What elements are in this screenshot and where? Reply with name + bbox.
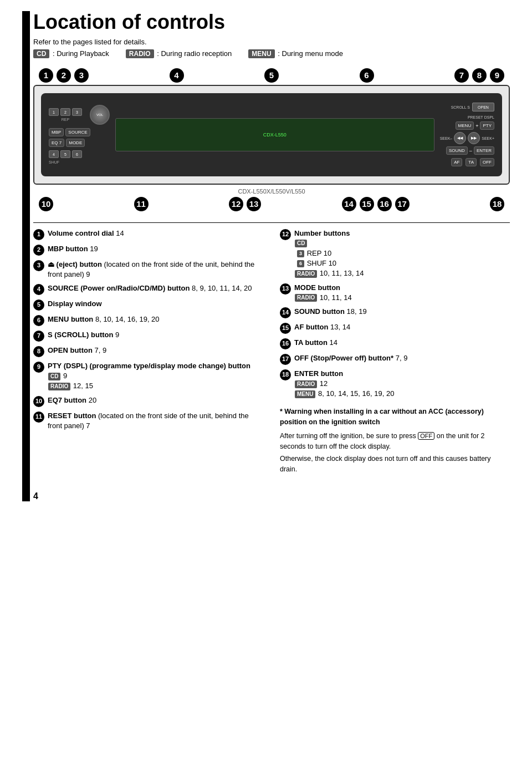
divider <box>33 222 510 223</box>
diag-top-right: SCROLL S OPEN <box>451 103 494 111</box>
page-title: Location of controls <box>33 11 510 33</box>
desc-num-4: 4 <box>33 284 44 295</box>
desc-num-13: 13 <box>280 283 291 294</box>
diag-menu-pty-row: MENU + PTY <box>456 121 494 130</box>
diag-mbp: MBP <box>49 128 64 136</box>
diag-pty-btn: PTY <box>480 121 494 130</box>
device-inner: 1 2 3 REP VOL MBP SOURCE EQ 7 <box>41 93 502 176</box>
num-6: 6 <box>360 68 374 83</box>
diag-source: SOURCE <box>65 128 90 136</box>
bottom-nums-18: 18 <box>490 197 504 211</box>
desc-num-14: 14 <box>280 307 291 318</box>
desc-num-2: 2 <box>33 245 44 256</box>
num-11: 11 <box>134 197 149 211</box>
diag-btn-2: 2 <box>60 108 70 116</box>
desc-item-17: 17 OFF (Stop/Power off) button* 7, 9 <box>280 353 510 365</box>
cd-mode-label: CD : During Playback <box>33 49 109 58</box>
desc-num-6: 6 <box>33 315 44 326</box>
menu-mode-label: MENU : During menu mode <box>248 49 343 58</box>
menu-badge: MENU <box>248 49 274 58</box>
diag-enter-btn: ENTER <box>474 146 494 155</box>
device-diagram: 1 2 3 REP VOL MBP SOURCE EQ 7 <box>33 85 510 185</box>
desc-num-16: 16 <box>280 338 291 349</box>
diag-mbp-source: MBP SOURCE <box>49 128 90 136</box>
top-number-row: 1 2 3 4 5 6 7 8 9 <box>33 68 510 83</box>
diag-sound-btn: SOUND <box>446 146 468 155</box>
num-13: 13 <box>247 197 261 211</box>
diag-menu-btn: MENU <box>456 121 474 130</box>
desc-num-3: 3 <box>33 260 44 271</box>
diag-af-btn: AF <box>451 158 462 166</box>
warning-body-2: Otherwise, the clock display does not tu… <box>280 454 510 475</box>
desc-num-7: 7 <box>33 331 44 342</box>
diag-right-section: SCROLL S OPEN PRESET DSPL MENU + PTY SEE… <box>440 103 494 166</box>
diag-ta-btn: TA <box>466 158 477 166</box>
num-1: 1 <box>39 68 53 83</box>
num-5: 5 <box>264 68 279 83</box>
cd-badge: CD <box>33 49 49 58</box>
radio-badge: RADIO <box>126 49 154 58</box>
desc-num-12: 12 <box>280 229 291 240</box>
diag-mode: MODE <box>66 139 85 147</box>
warning-box: * Warning when installing in a car witho… <box>280 407 510 475</box>
top-nums-right: 6 <box>360 68 374 83</box>
desc-num-8: 8 <box>33 346 44 357</box>
top-nums-left: 1 2 3 <box>39 68 89 83</box>
num-3: 3 <box>74 68 89 83</box>
desc-item-2: 2 MBP button 19 <box>33 244 263 256</box>
diag-eq7: EQ 7 <box>49 139 64 147</box>
desc-item-3: 3 ⏏ (eject) button (located on the front… <box>33 260 263 280</box>
desc-item-18: 18 ENTER button RADIO 12 MENU 8, 10, 14,… <box>280 369 510 399</box>
num-17: 17 <box>395 197 410 211</box>
diag-preset-row: PRESET DSPL <box>468 115 494 119</box>
top-nums-5: 5 <box>264 68 279 83</box>
desc-item-16: 16 TA button 14 <box>280 338 510 349</box>
num-2: 2 <box>57 68 71 83</box>
num-14: 14 <box>342 197 356 211</box>
off-inline-badge: OFF <box>418 432 434 440</box>
warning-body-1: After turning off the ignition, be sure … <box>280 431 510 452</box>
desc-num-17: 17 <box>280 354 291 365</box>
num-9: 9 <box>490 68 504 83</box>
desc-item-6: 6 MENU button 8, 10, 14, 16, 19, 20 <box>33 314 263 326</box>
num-18: 18 <box>490 197 504 211</box>
subtitle: Refer to the pages listed for details. <box>33 38 510 46</box>
diag-display-window: CDX-L550 <box>115 118 434 151</box>
diag-left-section: 1 2 3 REP VOL MBP SOURCE EQ 7 <box>49 105 110 164</box>
num-12: 12 <box>229 197 243 211</box>
description-columns: 1 Volume control dial 14 2 MBP button 19… <box>33 228 510 475</box>
page-number: 4 <box>33 491 510 501</box>
diag-btn-4: 4 <box>49 150 59 158</box>
desc-item-8: 8 OPEN button 7, 9 <box>33 346 263 357</box>
bottom-nums-11: 11 <box>134 197 149 211</box>
bottom-nums-14-18: 14 15 16 17 <box>342 197 410 211</box>
diag-next-btn: ▶▶ <box>468 132 480 144</box>
diag-btn-1: 1 <box>49 108 59 116</box>
diag-bottom-nums: 4 5 6 <box>49 150 82 158</box>
desc-num-11: 11 <box>33 412 44 423</box>
diag-af-ta-off-row: AF TA OFF <box>451 158 494 166</box>
bottom-number-row: 10 11 12 13 14 15 16 17 18 <box>33 197 510 211</box>
desc-item-7: 7 S (SCROLL) button 9 <box>33 330 263 342</box>
warning-title: * Warning when installing in a car witho… <box>280 407 510 428</box>
desc-col-right: 12 Number buttons CD 3 REP 10 6 SHUF 10 … <box>280 228 510 475</box>
diag-num-buttons: 1 2 3 REP <box>49 108 82 121</box>
diag-sound-enter-row: SOUND – ENTER <box>446 146 494 155</box>
num-16: 16 <box>377 197 392 211</box>
desc-num-18: 18 <box>280 369 291 380</box>
desc-item-9: 9 PTY (DSPL) (programme type/display mod… <box>33 361 263 392</box>
diag-off-btn: OFF <box>480 158 494 166</box>
desc-item-4: 4 SOURCE (Power on/Radio/CD/MD) button 8… <box>33 283 263 295</box>
diag-eq-mode: EQ 7 MODE <box>49 139 85 147</box>
diag-open-btn: OPEN <box>472 103 494 111</box>
num-8: 8 <box>472 68 487 83</box>
desc-item-11: 11 RESET button (located on the front si… <box>33 411 263 431</box>
diag-shuf-label: SHUF <box>49 160 59 164</box>
num-15: 15 <box>360 197 374 211</box>
diag-volume-dial: VOL <box>90 105 110 125</box>
num-10: 10 <box>39 197 53 211</box>
desc-item-13: 13 MODE button RADIO 10, 11, 14 <box>280 283 510 303</box>
desc-item-5: 5 Display window <box>33 299 263 311</box>
diag-btn-6: 6 <box>72 150 82 158</box>
radio-mode-label: RADIO : During radio reception <box>126 49 232 58</box>
